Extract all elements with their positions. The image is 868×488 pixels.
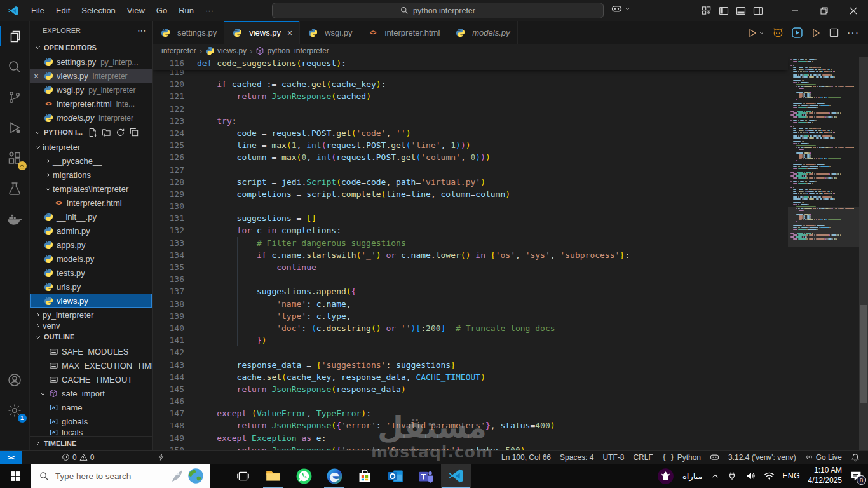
tree-item-__init__.py[interactable]: __init__.py [30,210,152,224]
code-line-141[interactable]: 141}) [153,334,788,346]
language-mode[interactable]: { } Python [658,451,705,464]
tree-item-models.py[interactable]: models.py [30,252,152,266]
tree-item-__pycache__[interactable]: __pycache__ [30,154,152,168]
tree-item-migrations[interactable]: migrations [30,168,152,182]
copilot-menu[interactable] [611,3,630,14]
menu-go[interactable]: Go [151,3,173,18]
cursor-position[interactable]: Ln 100, Col 66 [497,451,555,464]
start-button[interactable] [0,464,31,488]
menu-more[interactable]: ··· [200,3,219,18]
line-number[interactable]: 116 [153,57,184,69]
outline-item-name[interactable]: name [30,400,152,414]
line-number[interactable]: 133 [153,237,184,249]
open-editors-header[interactable]: OPEN EDITORS [30,40,152,55]
taskbar-app-file-explorer[interactable] [258,464,288,488]
line-number[interactable]: 149 [153,432,184,444]
eol-sequence[interactable]: CRLF [628,451,657,464]
tree-item-interpreter.html[interactable]: <>interpreter.html [30,196,152,210]
minimap-viewport[interactable] [788,207,859,247]
encoding[interactable]: UTF-8 [598,451,628,464]
indentation[interactable]: Spaces: 4 [555,451,598,464]
code-line-133[interactable]: 133# Filter dangerous suggestions [153,237,788,249]
code-line-128[interactable]: 128script = jedi.Script(code=code, path=… [153,176,788,188]
activity-docker[interactable] [0,204,30,234]
code-line-135[interactable]: 135continue [153,261,788,273]
menu-selection[interactable]: Selection [76,3,121,18]
line-number[interactable]: 127 [153,164,184,176]
line-number[interactable]: 122 [153,103,184,115]
collapse-all-icon[interactable] [130,128,139,137]
command-center-search[interactable]: python interpreter [272,3,604,18]
toggle-panel-icon[interactable] [732,0,749,21]
taskbar-app-outlook[interactable] [380,464,410,488]
wifi-icon[interactable] [764,471,775,482]
code-line-130[interactable]: 130 [153,200,788,212]
copilot-status-icon[interactable] [705,451,724,464]
line-number[interactable]: 134 [153,249,184,261]
line-number[interactable]: 131 [153,212,184,224]
open-editor-wsgi.py[interactable]: wsgi.pypy_interpreter [30,83,152,97]
line-number[interactable]: 125 [153,139,184,151]
line-number[interactable]: 121 [153,90,184,102]
tab-models.py[interactable]: models.py [447,21,517,44]
tree-item-views.py[interactable]: views.py [30,294,152,308]
menu-run[interactable]: Run [173,3,200,18]
activity-settings[interactable]: 1 [0,395,30,426]
breadcrumb-interpreter[interactable]: interpreter [161,46,196,55]
code-line-138[interactable]: 138'name': c.name, [153,298,788,310]
clock[interactable]: 1:10 AM 4/12/2025 [808,466,842,485]
activity-source-control[interactable] [0,82,30,112]
new-folder-icon[interactable] [102,128,111,137]
chevron-up-icon[interactable] [711,472,719,480]
run-icon[interactable] [811,28,821,38]
code-line-sticky-116[interactable]: 116def code_suggestions(request): [153,57,788,69]
code-line-139[interactable]: 139'type': c.type, [153,310,788,322]
go-live[interactable]: Go Live [801,451,846,464]
tab-views.py[interactable]: views.py× [224,21,300,44]
tab-settings.py[interactable]: settings.py [153,21,224,44]
toggle-sidebar-icon[interactable] [715,0,732,21]
menu-view[interactable]: View [121,3,151,18]
outline-item-MAX_EXECUTION_TIME[interactable]: MAX_EXECUTION_TIME [30,358,152,372]
taskbar-search[interactable]: Type here to search [31,464,210,488]
line-number[interactable]: 128 [153,176,184,188]
code-line-134[interactable]: 134if c.name.startswith('_') or c.name.l… [153,249,788,261]
outline-header[interactable]: OUTLINE [30,329,152,344]
code-line-122[interactable]: 122 [153,103,788,115]
notifications-bell-icon[interactable] [846,451,864,464]
new-file-icon[interactable] [88,128,97,137]
line-number[interactable]: 148 [153,419,184,431]
code-line-120[interactable]: 120if cached := cache.get(cache_key): [153,78,788,90]
line-number[interactable]: 130 [153,200,184,212]
code-line-142[interactable]: 142 [153,346,788,358]
premier-league-icon[interactable] [657,468,674,485]
line-number[interactable]: 140 [153,322,184,334]
code-line-125[interactable]: 125line = max(1, int(request.POST.get('l… [153,139,788,151]
taskbar-app-whatsapp[interactable] [288,464,319,488]
code-line-143[interactable]: 143response_data = {'suggestions': sugge… [153,359,788,371]
scrollbar-thumb[interactable] [860,305,867,403]
activity-testing[interactable] [0,173,30,204]
outline-item-safe_import[interactable]: safe_import [30,386,152,400]
line-number[interactable]: 145 [153,383,184,395]
line-number[interactable]: 144 [153,371,184,383]
code-line-131[interactable]: 131suggestions = [] [153,212,788,224]
tree-item-urls.py[interactable]: urls.py [30,280,152,294]
tree-item-apps.py[interactable]: apps.py [30,238,152,252]
code-line-136[interactable]: 136 [153,273,788,285]
line-number[interactable]: 147 [153,407,184,419]
run-code-icon[interactable] [792,27,803,38]
code-line-145[interactable]: 145return JsonResponse(response_data) [153,383,788,395]
run-python-file-icon[interactable] [747,28,764,38]
line-number[interactable]: 129 [153,188,184,200]
line-number[interactable]: 139 [153,310,184,322]
code-line-150[interactable]: 150return JsonResponse({'error': 'Server… [153,444,788,450]
menu-file[interactable]: File [25,3,50,18]
line-number[interactable]: 137 [153,285,184,297]
tree-item-py_interpreter[interactable]: py_interpreter [30,308,152,322]
tree-item-tests.py[interactable]: tests.py [30,266,152,280]
language-indicator[interactable]: ENG [783,471,800,480]
code-line-146[interactable]: 146 [153,395,788,407]
code-line-123[interactable]: 123try: [153,115,788,127]
taskbar-app-teams[interactable] [410,464,441,488]
